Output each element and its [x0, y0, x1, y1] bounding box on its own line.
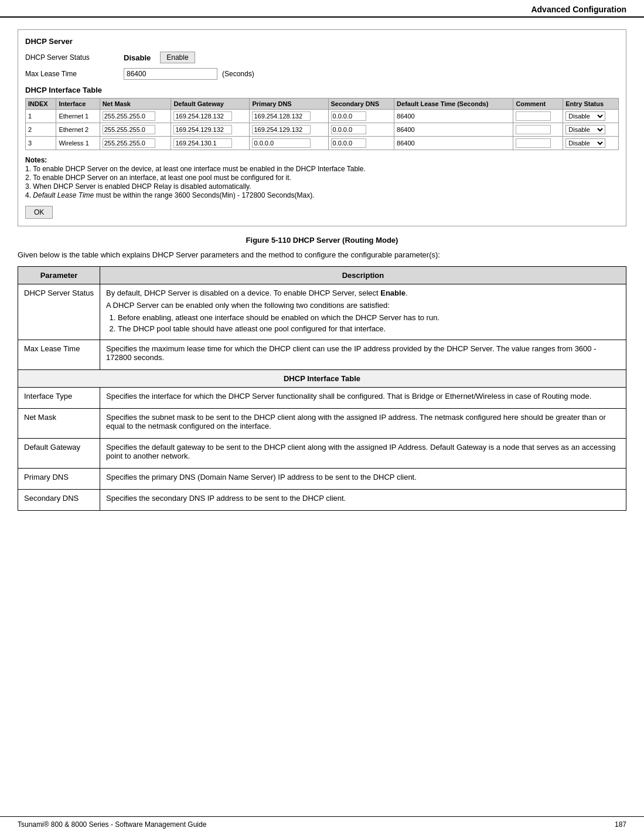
cell-netmask: [100, 110, 171, 123]
notes-section: Notes: 1. To enable DHCP Server on the d…: [25, 156, 619, 199]
dhcp-server-box: DHCP Server DHCP Server Status Disable E…: [18, 29, 626, 226]
col-primary-dns: Primary DNS: [250, 99, 328, 110]
param-desc: Specifies the maximum lease time for whi…: [106, 344, 620, 362]
param-desc: By default, DHCP Server is disabled on a…: [106, 289, 620, 297]
gateway-input[interactable]: [173, 138, 232, 148]
primary-dns-input[interactable]: [252, 138, 311, 148]
cell-primary-dns: [250, 110, 328, 123]
cell-secondary-dns: [328, 110, 394, 123]
dhcp-status-label: DHCP Server Status: [25, 53, 119, 62]
status-select[interactable]: Disable Enable: [565, 111, 605, 121]
comment-input[interactable]: [516, 125, 551, 134]
cell-status: Disable Enable: [563, 137, 619, 150]
param-name: Interface Type: [18, 388, 100, 409]
param-row: Default Gateway Specifies the default ga…: [18, 439, 626, 469]
param-row: Net Mask Specifies the subnet mask to be…: [18, 409, 626, 439]
param-name: Primary DNS: [18, 469, 100, 490]
cell-lease-time: 86400: [394, 137, 513, 150]
param-name: Default Gateway: [18, 439, 100, 469]
figure-caption: Figure 5-110 DHCP Server (Routing Mode): [18, 236, 626, 245]
section-row: DHCP Interface Table: [18, 370, 626, 388]
param-desc: A DHCP Server can be enabled only when t…: [106, 301, 620, 310]
param-row: Max Lease Time Specifies the maximum lea…: [18, 340, 626, 370]
param-name: Secondary DNS: [18, 490, 100, 511]
note-3: 3. When DHCP Server is enabled DHCP Rela…: [25, 182, 619, 191]
cell-lease-time: 86400: [394, 110, 513, 123]
cell-index: 2: [26, 123, 56, 137]
col-interface: Interface: [56, 99, 100, 110]
dhcp-status-row: DHCP Server Status Disable Enable: [25, 52, 619, 63]
param-desc-cell: Specifies the interface for which the DH…: [100, 388, 626, 409]
cell-gateway: [171, 137, 250, 150]
table-row: 3 Wireless 1 86400 Disable Enable: [26, 137, 619, 150]
cell-gateway: [171, 123, 250, 137]
cell-index: 3: [26, 137, 56, 150]
secondary-dns-input[interactable]: [331, 125, 366, 134]
note-4: 4. Default Lease Time must be within the…: [25, 191, 619, 199]
cell-secondary-dns: [328, 137, 394, 150]
table-row: 1 Ethernet 1 86400 Disable Enable: [26, 110, 619, 123]
param-desc: Specifies the interface for which the DH…: [106, 392, 620, 401]
dhcp-box-title: DHCP Server: [25, 37, 619, 46]
note-2: 2. To enable DHCP Server on an interface…: [25, 174, 619, 182]
footer-right: 187: [615, 820, 626, 829]
param-col-header: Parameter: [18, 267, 100, 284]
col-secondary-dns: Secondary DNS: [328, 99, 394, 110]
param-desc-cell: Specifies the primary DNS (Domain Name S…: [100, 469, 626, 490]
netmask-input[interactable]: [103, 138, 155, 148]
cell-secondary-dns: [328, 123, 394, 137]
cell-index: 1: [26, 110, 56, 123]
col-entry-status: Entry Status: [563, 99, 619, 110]
cell-netmask: [100, 137, 171, 150]
param-desc: Specifies the secondary DNS IP address t…: [106, 494, 620, 503]
primary-dns-input[interactable]: [252, 111, 311, 121]
list-item: The DHCP pool table should have atleast …: [118, 324, 620, 333]
col-comment: Comment: [513, 99, 563, 110]
col-lease-time: Default Lease Time (Seconds): [394, 99, 513, 110]
param-name: DHCP Server Status: [18, 284, 100, 340]
param-desc-cell: Specifies the maximum lease time for whi…: [100, 340, 626, 370]
description-para: Given below is the table which explains …: [18, 250, 626, 259]
comment-input[interactable]: [516, 111, 551, 121]
param-name: Max Lease Time: [18, 340, 100, 370]
param-desc-cell: By default, DHCP Server is disabled on a…: [100, 284, 626, 340]
primary-dns-input[interactable]: [252, 125, 311, 134]
cell-interface: Ethernet 2: [56, 123, 100, 137]
lease-time-input[interactable]: [124, 68, 217, 80]
footer-left: Tsunami® 800 & 8000 Series - Software Ma…: [18, 820, 206, 829]
cell-primary-dns: [250, 137, 328, 150]
page-header: Advanced Configuration: [0, 0, 644, 18]
status-select[interactable]: Disable Enable: [565, 138, 605, 148]
enable-button[interactable]: Enable: [160, 52, 195, 63]
param-desc-cell: Specifies the secondary DNS IP address t…: [100, 490, 626, 511]
param-row: Primary DNS Specifies the primary DNS (D…: [18, 469, 626, 490]
cell-status: Disable Enable: [563, 110, 619, 123]
param-row: Secondary DNS Specifies the secondary DN…: [18, 490, 626, 511]
dhcp-status-value: Disable: [124, 53, 151, 62]
note-1: 1. To enable DHCP Server on the device, …: [25, 165, 619, 173]
col-netmask: Net Mask: [100, 99, 171, 110]
dhcp-interface-table: INDEX Interface Net Mask Default Gateway…: [25, 98, 619, 150]
netmask-input[interactable]: [103, 125, 155, 134]
cell-gateway: [171, 110, 250, 123]
param-desc: Specifies the primary DNS (Domain Name S…: [106, 473, 620, 481]
seconds-label: (Seconds): [222, 70, 254, 78]
param-desc-cell: Specifies the default gateway to be sent…: [100, 439, 626, 469]
secondary-dns-input[interactable]: [331, 138, 366, 148]
param-table: Parameter Description DHCP Server Status…: [18, 266, 626, 511]
gateway-input[interactable]: [173, 111, 232, 121]
cell-comment: [513, 110, 563, 123]
ok-button[interactable]: OK: [25, 206, 53, 219]
cell-comment: [513, 137, 563, 150]
page-footer: Tsunami® 800 & 8000 Series - Software Ma…: [0, 816, 644, 832]
param-desc-cell: Specifies the subnet mask to be sent to …: [100, 409, 626, 439]
netmask-input[interactable]: [103, 111, 155, 121]
comment-input[interactable]: [516, 138, 551, 148]
cell-lease-time: 86400: [394, 123, 513, 137]
section-header: DHCP Interface Table: [18, 370, 626, 388]
cell-interface: Ethernet 1: [56, 110, 100, 123]
lease-time-row: Max Lease Time (Seconds): [25, 68, 619, 80]
secondary-dns-input[interactable]: [331, 111, 366, 121]
gateway-input[interactable]: [173, 125, 232, 134]
status-select[interactable]: Disable Enable: [565, 125, 605, 134]
